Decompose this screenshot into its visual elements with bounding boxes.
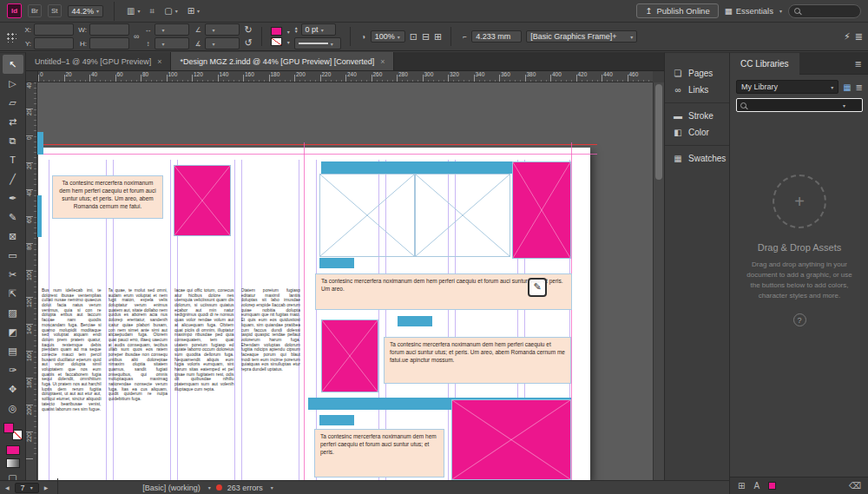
- text-frame[interactable]: Ta contesinc mercerfera noximanum dem he…: [52, 175, 163, 219]
- selection-tool[interactable]: ↖: [3, 55, 23, 74]
- library-select[interactable]: My Library ▾: [736, 80, 838, 94]
- library-search-input[interactable]: [750, 100, 837, 110]
- color-swatch-icon[interactable]: [768, 482, 776, 490]
- grid-view-icon[interactable]: ▦: [843, 82, 851, 92]
- image-frame[interactable]: [512, 161, 571, 259]
- gradient-swatch-tool[interactable]: ▨: [3, 303, 23, 322]
- object-style-select[interactable]: [Basic Graphics Frame]+ ▾: [526, 30, 637, 43]
- panel-button-links[interactable]: ∞ Links: [665, 82, 729, 98]
- body-text-column[interactable]: Ta quae, te molut sed omni, audam erum v…: [108, 288, 168, 478]
- x-field[interactable]: [34, 23, 74, 36]
- grid-guides-button[interactable]: ⌗: [148, 6, 157, 16]
- shear-field[interactable]: ▾: [205, 37, 240, 49]
- add-graphic-icon[interactable]: ⊞: [738, 481, 745, 491]
- lightning-icon[interactable]: ⚡: [844, 31, 851, 43]
- content-collector-tool[interactable]: ⧉: [3, 131, 23, 150]
- auto-fit-button[interactable]: ⊞: [434, 31, 442, 43]
- width-field[interactable]: [89, 23, 129, 36]
- type-tool[interactable]: T: [3, 150, 23, 169]
- help-icon[interactable]: ?: [793, 313, 806, 326]
- next-page-button[interactable]: ▶: [44, 484, 49, 491]
- fill-stroke-widget[interactable]: [3, 423, 23, 440]
- vertical-ruler[interactable]: 4020020406080100120140160180200220: [26, 82, 37, 480]
- y-field[interactable]: [34, 37, 74, 49]
- document-canvas[interactable]: Ta contesinc mercerfera noximanum dem he…: [37, 82, 653, 480]
- gradient-feather-tool[interactable]: ◩: [3, 322, 23, 341]
- app-search[interactable]: [788, 4, 861, 18]
- kicker-block[interactable]: [398, 316, 432, 326]
- panel-button-color[interactable]: ◧ Color: [665, 124, 729, 141]
- drop-target-circle[interactable]: +: [773, 175, 826, 228]
- list-view-icon[interactable]: ≣: [856, 82, 863, 92]
- note-tool[interactable]: ▤: [3, 341, 23, 360]
- pencil-tool[interactable]: ✎: [3, 207, 23, 227]
- close-icon[interactable]: ×: [380, 57, 385, 66]
- stock-icon[interactable]: St: [48, 4, 62, 17]
- control-panel-menu-icon[interactable]: ≣: [855, 31, 863, 43]
- rectangle-frame-tool[interactable]: ⊠: [3, 227, 23, 246]
- scissors-tool[interactable]: ✂: [3, 265, 23, 284]
- pen-tool[interactable]: ✒: [3, 188, 23, 207]
- stroke-type-select[interactable]: ▾: [294, 37, 341, 49]
- stroke-swatch[interactable]: [271, 37, 282, 46]
- library-search[interactable]: ▾: [736, 98, 863, 112]
- scale-y-field[interactable]: ▾: [155, 37, 189, 49]
- preflight-error-count[interactable]: 263 errors: [227, 484, 263, 492]
- apply-color-button[interactable]: [6, 445, 20, 455]
- ruler-origin-corner[interactable]: [26, 71, 38, 82]
- panel-button-stroke[interactable]: ▬ Stroke: [665, 108, 729, 124]
- publish-online-button[interactable]: ↥ Publish Online: [636, 3, 718, 18]
- app-search-input[interactable]: [804, 6, 856, 16]
- preflight-profile[interactable]: [Basic] (working): [142, 484, 201, 492]
- empty-graphic-frame[interactable]: [319, 174, 415, 257]
- edit-icon[interactable]: ✎: [528, 278, 547, 297]
- stroke-weight-stepper[interactable]: [294, 26, 299, 33]
- rectangle-tool[interactable]: ▭: [3, 246, 23, 265]
- panel-button-swatches[interactable]: ▦ Swatches: [665, 150, 729, 167]
- stroke-weight-field[interactable]: 0 pt▾: [301, 23, 336, 36]
- kicker-block[interactable]: [319, 258, 354, 268]
- body-text-column[interactable]: Iacae qui offic totum, conecus atur hici…: [174, 288, 234, 478]
- image-frame[interactable]: [321, 319, 378, 392]
- corner-radius-field[interactable]: 4.233 mm: [471, 30, 522, 43]
- eyedropper-tool[interactable]: ✑: [3, 360, 23, 379]
- panel-menu-icon[interactable]: ≣: [855, 59, 862, 69]
- image-frame[interactable]: [174, 165, 231, 236]
- scale-x-field[interactable]: ▾: [155, 23, 189, 36]
- constrain-proportions-icon[interactable]: ∞: [134, 32, 139, 41]
- fit-content-button[interactable]: ⊡: [410, 31, 418, 43]
- free-transform-tool[interactable]: ⇱: [3, 284, 23, 303]
- direct-selection-tool[interactable]: ▷: [3, 74, 23, 93]
- empty-graphic-frame[interactable]: [415, 174, 510, 257]
- page-tool[interactable]: ▱: [3, 93, 23, 112]
- panel-button-pages[interactable]: ❏ Pages: [665, 65, 729, 82]
- reference-point-proxy[interactable]: [5, 31, 16, 43]
- zoom-tool[interactable]: ◎: [3, 398, 23, 418]
- opacity-field[interactable]: 100%▾: [371, 30, 405, 43]
- text-frame[interactable]: Ta contesinc mercerfera noximanum dem he…: [315, 273, 572, 310]
- vertical-scrollbar[interactable]: [653, 82, 664, 480]
- rotation-field[interactable]: ▾: [205, 23, 240, 36]
- fill-swatch[interactable]: [3, 423, 14, 433]
- rotate-ccw-button[interactable]: ↺: [244, 37, 252, 49]
- trash-icon[interactable]: ⌫: [849, 481, 861, 491]
- document-tab-active[interactable]: *Design MGZ 2.indd @ 44% [GPU Preview] […: [171, 52, 394, 70]
- text-frame[interactable]: Ta contesinc mercerfera noximanum dem he…: [314, 429, 444, 478]
- horizontal-ruler[interactable]: 0204060801001201401601802002202402602803…: [26, 71, 653, 82]
- close-icon[interactable]: ×: [157, 57, 161, 66]
- color-block[interactable]: [37, 195, 42, 237]
- color-block[interactable]: [37, 132, 43, 155]
- character-style-icon[interactable]: A: [753, 481, 760, 491]
- apply-gradient-button[interactable]: [6, 458, 20, 468]
- height-field[interactable]: [89, 37, 129, 49]
- arrange-documents-button[interactable]: ⊞ ▾: [186, 6, 201, 16]
- line-tool[interactable]: ╱: [3, 169, 23, 188]
- normal-screen-mode-button[interactable]: ▢: [3, 468, 23, 480]
- workspace-switcher[interactable]: ▦ Essentials ▾: [725, 6, 782, 16]
- fill-swatch[interactable]: [271, 27, 282, 36]
- fit-frame-button[interactable]: ⊟: [422, 31, 430, 43]
- page-number-field[interactable]: 7 ▾: [15, 483, 39, 493]
- previous-page-button[interactable]: ◀: [5, 484, 10, 491]
- image-frame[interactable]: [451, 399, 571, 480]
- bridge-icon[interactable]: Br: [28, 4, 42, 17]
